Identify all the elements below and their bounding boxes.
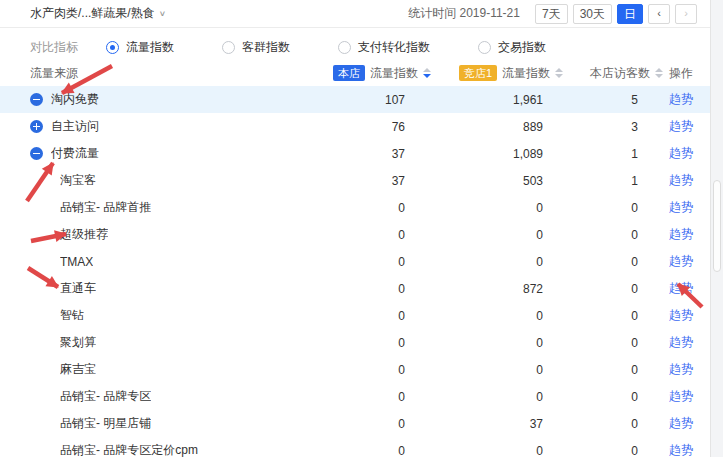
- trend-link[interactable]: 趋势: [669, 200, 693, 214]
- trend-link[interactable]: 趋势: [669, 335, 693, 349]
- trend-link[interactable]: 趋势: [669, 389, 693, 403]
- table-row: TMAX 0 0 0 趋势: [0, 248, 723, 275]
- rival-shop-badge: 竞店1: [459, 65, 497, 81]
- radio-conversion-index[interactable]: 支付转化指数: [338, 39, 430, 56]
- own-index-value: 37: [313, 147, 443, 161]
- own-visitors-value: 0: [573, 255, 663, 269]
- traffic-source-label: 麻吉宝: [60, 361, 96, 378]
- own-index-value: 0: [313, 201, 443, 215]
- rival-index-value: 0: [443, 363, 573, 377]
- expand-toggle-icon[interactable]: [30, 147, 43, 160]
- own-visitors-value: 0: [573, 363, 663, 377]
- own-visitors-value: 1: [573, 174, 663, 188]
- radio-trade-index[interactable]: 交易指数: [478, 39, 546, 56]
- date-controls: 统计时间 2019-11-21 7天 30天 日 ‹ ›: [408, 4, 697, 24]
- compare-metric-label: 对比指标: [30, 39, 78, 56]
- col-action-header: 操作: [663, 65, 693, 82]
- radio-customer-index[interactable]: 客群指数: [222, 39, 290, 56]
- trend-link[interactable]: 趋势: [669, 443, 693, 457]
- own-visitors-value: 3: [573, 120, 663, 134]
- traffic-analysis-page: 水产肉类/...鲜蔬果/熟食 ∨ 统计时间 2019-11-21 7天 30天 …: [0, 0, 723, 457]
- prev-day-button[interactable]: ‹: [648, 4, 670, 24]
- own-index-value: 0: [313, 255, 443, 269]
- scrollbar-thumb[interactable]: [713, 180, 721, 272]
- radio-label: 交易指数: [498, 39, 546, 56]
- own-shop-badge: 本店: [333, 65, 365, 81]
- trend-link[interactable]: 趋势: [669, 416, 693, 430]
- table-row: 淘宝客 37 503 1 趋势: [0, 167, 723, 194]
- trend-link[interactable]: 趋势: [669, 119, 693, 133]
- trend-link[interactable]: 趋势: [669, 281, 693, 295]
- traffic-source-label: 品销宝- 品牌专区定价cpm: [60, 442, 198, 457]
- table-row: 淘内免费 107 1,961 5 趋势: [0, 86, 723, 113]
- table-body: 淘内免费 107 1,961 5 趋势 自主访问 76 889 3 趋势 付费流…: [0, 86, 723, 457]
- sort-rival-index-icon[interactable]: [555, 68, 563, 78]
- table-row: 自主访问 76 889 3 趋势: [0, 113, 723, 140]
- own-index-value: 0: [313, 417, 443, 431]
- own-visitors-value: 0: [573, 282, 663, 296]
- own-index-value: 0: [313, 309, 443, 323]
- rival-index-value: 889: [443, 120, 573, 134]
- table-row: 麻吉宝 0 0 0 趋势: [0, 356, 723, 383]
- trend-link[interactable]: 趋势: [669, 308, 693, 322]
- own-index-value: 0: [313, 282, 443, 296]
- range-7d-button[interactable]: 7天: [535, 4, 568, 24]
- expand-toggle-icon[interactable]: [30, 120, 43, 133]
- trend-link[interactable]: 趋势: [669, 254, 693, 268]
- trend-link[interactable]: 趋势: [669, 227, 693, 241]
- table-row: 智钻 0 0 0 趋势: [0, 302, 723, 329]
- traffic-source-label: 品销宝- 品牌专区: [60, 388, 151, 405]
- category-path: 水产肉类/...鲜蔬果/熟食: [30, 5, 155, 22]
- radio-icon: [106, 41, 119, 54]
- rival-index-value: 0: [443, 228, 573, 242]
- rival-index-value: 0: [443, 336, 573, 350]
- sort-own-index-icon[interactable]: [423, 68, 431, 78]
- rival-metric-label: 流量指数: [502, 65, 550, 82]
- table-row: 付费流量 37 1,089 1 趋势: [0, 140, 723, 167]
- table-row: 超级推荐 0 0 0 趋势: [0, 221, 723, 248]
- traffic-source-label: 自主访问: [51, 118, 99, 135]
- visitors-label: 本店访客数: [590, 65, 650, 82]
- sort-visitors-icon[interactable]: [655, 68, 663, 78]
- range-30d-button[interactable]: 30天: [573, 4, 612, 24]
- radio-label: 客群指数: [242, 39, 290, 56]
- rival-index-value: 0: [443, 390, 573, 404]
- own-visitors-value: 0: [573, 390, 663, 404]
- col-rival-index-header: 竞店1 流量指数: [443, 65, 573, 82]
- trend-link[interactable]: 趋势: [669, 362, 693, 376]
- trend-link[interactable]: 趋势: [669, 146, 693, 160]
- vertical-scrollbar[interactable]: [710, 0, 723, 457]
- own-index-value: 0: [313, 336, 443, 350]
- own-visitors-value: 0: [573, 201, 663, 215]
- rival-index-value: 503: [443, 174, 573, 188]
- own-index-value: 76: [313, 120, 443, 134]
- own-visitors-value: 1: [573, 147, 663, 161]
- traffic-source-label: 付费流量: [51, 145, 99, 162]
- expand-toggle-icon[interactable]: [30, 93, 43, 106]
- stat-time-label: 统计时间 2019-11-21: [408, 5, 520, 22]
- next-day-button[interactable]: ›: [675, 4, 697, 24]
- rival-index-value: 0: [443, 255, 573, 269]
- category-selector[interactable]: 水产肉类/...鲜蔬果/熟食 ∨: [30, 5, 166, 22]
- range-day-button[interactable]: 日: [617, 4, 643, 24]
- rival-index-value: 1,961: [443, 93, 573, 107]
- radio-label: 支付转化指数: [358, 39, 430, 56]
- traffic-source-label: 直通车: [60, 280, 96, 297]
- own-index-value: 0: [313, 390, 443, 404]
- traffic-source-label: 淘内免费: [51, 91, 99, 108]
- top-bar: 水产肉类/...鲜蔬果/熟食 ∨ 统计时间 2019-11-21 7天 30天 …: [0, 0, 723, 28]
- trend-link[interactable]: 趋势: [669, 92, 693, 106]
- col-visitors-header: 本店访客数: [573, 65, 663, 82]
- radio-icon: [478, 41, 491, 54]
- own-visitors-value: 0: [573, 309, 663, 323]
- traffic-source-label: 超级推荐: [60, 226, 108, 243]
- rival-index-value: 37: [443, 417, 573, 431]
- own-index-value: 0: [313, 444, 443, 457]
- own-visitors-value: 0: [573, 417, 663, 431]
- rival-index-value: 0: [443, 201, 573, 215]
- radio-traffic-index[interactable]: 流量指数: [106, 39, 174, 56]
- rival-index-value: 0: [443, 444, 573, 457]
- table-row: 品销宝- 品牌首推 0 0 0 趋势: [0, 194, 723, 221]
- table-row: 聚划算 0 0 0 趋势: [0, 329, 723, 356]
- trend-link[interactable]: 趋势: [669, 173, 693, 187]
